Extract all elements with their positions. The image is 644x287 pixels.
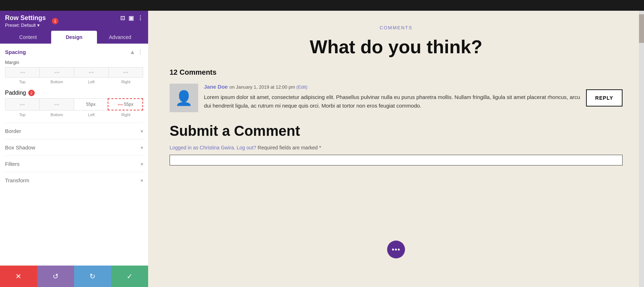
collapse-icon[interactable]: ▲ [130, 49, 135, 55]
comment-text: Lorem ipsum dolor sit amet, consectetur … [204, 93, 580, 110]
tabs-row: Content Design Advanced [5, 31, 143, 44]
redo-icon: ↻ [89, 272, 96, 281]
link-icon-pad-bottom: ⟺ [54, 103, 59, 107]
padding-fields: ⟺ ⟺ 55px ⟺ 55px [5, 98, 143, 110]
fab-dots-icon: ••• [392, 246, 400, 254]
padding-left-field[interactable]: 55px [74, 98, 108, 110]
cancel-button[interactable]: ✕ [0, 266, 37, 287]
submit-heading: Submit a Comment [170, 123, 623, 139]
border-chevron: ▾ [141, 128, 143, 134]
cancel-icon: ✕ [15, 272, 21, 281]
bottom-toolbar: ✕ ↺ ↻ ✓ [0, 266, 148, 287]
panel-body: Spacing ▲ ⋮ Margin ⟺ ⟺ ⟺ ⟺ [0, 44, 148, 266]
comments-count: 12 Comments [170, 68, 623, 76]
spacing-section-header: Spacing ▲ ⋮ [5, 49, 143, 55]
margin-right-label: Right [109, 79, 143, 84]
padding-badge: 2 [28, 90, 35, 96]
padding-bottom-label: Bottom [40, 112, 74, 117]
edit-link[interactable]: (Edit) [296, 84, 307, 90]
box-shadow-chevron: ▾ [141, 145, 143, 150]
padding-top-label: Top [5, 112, 40, 117]
redo-button[interactable]: ↻ [74, 266, 111, 287]
padding-label-row2: Top Bottom Left Right [5, 112, 143, 117]
tab-content[interactable]: Content [5, 31, 51, 44]
margin-left-field[interactable]: ⟺ [74, 67, 108, 78]
required-text: Required fields are marked * [258, 145, 321, 150]
minimize-icon[interactable]: ⊡ [120, 15, 125, 21]
link-icon-pad-right: ⟺ [118, 103, 123, 107]
padding-bottom-field[interactable]: ⟺ [39, 98, 74, 110]
filters-chevron: ▾ [141, 161, 143, 167]
spacing-title: Spacing [5, 49, 26, 55]
panel-header: Row Settings ⊡ ▣ ⋮ Preset: Default ▾ 1 C… [0, 11, 148, 44]
padding-right-field[interactable]: ⟺ 55px [108, 98, 143, 110]
border-section[interactable]: Border ▾ [5, 123, 143, 139]
box-shadow-title: Box Shadow [5, 144, 35, 150]
link-icon-pad-top: ⟺ [20, 103, 25, 107]
spacing-more-icon[interactable]: ⋮ [137, 49, 143, 55]
undo-icon: ↺ [53, 272, 59, 281]
margin-label: Margin [5, 60, 143, 65]
undo-button[interactable]: ↺ [37, 266, 74, 287]
comment-meta: on January 1, 2019 at 12:00 pm (Edit) [229, 84, 307, 90]
margin-bottom-label: Bottom [40, 79, 74, 84]
margin-bottom-field[interactable]: ⟺ [39, 67, 74, 78]
margin-label-row: Top Bottom Left Right [5, 79, 143, 84]
avatar-icon: 👤 [175, 90, 193, 107]
main-heading: What do you think? [170, 36, 623, 58]
transform-title: Transform [5, 177, 29, 183]
fab-button[interactable]: ••• [387, 241, 405, 258]
scrollbar-thumb[interactable] [639, 14, 644, 43]
link-icon-top: ⟺ [20, 70, 25, 74]
save-icon: ✓ [127, 272, 133, 281]
link-icon-right: ⟺ [123, 70, 128, 74]
comment-input-box[interactable] [170, 155, 623, 165]
chevron-down-icon: ▾ [37, 23, 40, 28]
more-icon[interactable]: ⋮ [137, 15, 143, 21]
padding-right-value: 55px [124, 102, 133, 107]
link-icon-bottom: ⟺ [54, 70, 59, 74]
scrollbar-track[interactable] [639, 11, 644, 287]
comment-header: Jane Doe on January 1, 2019 at 12:00 pm … [204, 84, 580, 90]
padding-right-label: Right [109, 112, 143, 117]
comment-item: 👤 Jane Doe on January 1, 2019 at 12:00 p… [170, 84, 623, 112]
preset-label-text: Preset: Default [5, 23, 36, 28]
box-shadow-section[interactable]: Box Shadow ▾ [5, 139, 143, 155]
link-icon-left: ⟺ [89, 70, 94, 74]
padding-top-field[interactable]: ⟺ [5, 98, 39, 110]
margin-right-field[interactable]: ⟺ [108, 67, 143, 78]
padding-label-row: Padding 2 [5, 90, 143, 96]
margin-fields: ⟺ ⟺ ⟺ ⟺ [5, 67, 143, 78]
logged-in-text: Logged in as Christina Gwira. Log out? [170, 145, 256, 150]
badge-1: 1 [52, 18, 58, 24]
reply-button[interactable]: REPLY [586, 89, 623, 107]
left-panel: Row Settings ⊡ ▣ ⋮ Preset: Default ▾ 1 C… [0, 11, 148, 287]
avatar: 👤 [170, 84, 198, 112]
tab-design[interactable]: Design [51, 31, 97, 44]
tab-advanced[interactable]: Advanced [97, 31, 143, 44]
save-button[interactable]: ✓ [111, 266, 148, 287]
padding-left-value: 55px [86, 102, 96, 107]
comment-author: Jane Doe [204, 84, 228, 90]
margin-left-label: Left [74, 79, 109, 84]
transform-chevron: ▾ [141, 178, 143, 183]
filters-section[interactable]: Filters ▾ [5, 155, 143, 172]
border-title: Border [5, 128, 21, 134]
padding-label: Padding [5, 90, 26, 96]
transform-section[interactable]: Transform ▾ [5, 172, 143, 188]
panel-title-text: Row Settings [5, 14, 46, 22]
filters-title: Filters [5, 161, 20, 167]
margin-top-field[interactable]: ⟺ [5, 67, 39, 78]
comment-date: on January 1, 2019 at 12:00 pm [229, 84, 295, 90]
comments-label: COMMENTS [170, 25, 623, 30]
padding-left-label: Left [74, 112, 109, 117]
comment-content: Jane Doe on January 1, 2019 at 12:00 pm … [204, 84, 580, 110]
layout-icon[interactable]: ▣ [128, 15, 134, 21]
margin-top-label: Top [5, 79, 40, 84]
